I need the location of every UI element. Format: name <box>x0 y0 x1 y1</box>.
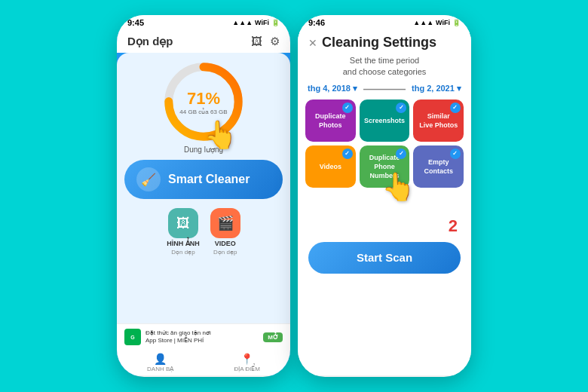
close-button[interactable]: ✕ <box>308 37 317 49</box>
hand-cursor-2: 👆 <box>381 171 415 203</box>
ad-text: Đặt thức ăn giao tận nơi App Store | MIỄ… <box>145 329 259 345</box>
cat-label-6: EmptyContacts <box>424 158 453 176</box>
hand-cursor-1: 👆 <box>204 119 237 151</box>
battery-icon: 🔋 <box>271 19 280 26</box>
video-sub: Dọn dẹp <box>213 249 237 256</box>
time-2: 9:46 <box>308 18 325 27</box>
phone2-body: ✕ Cleaning Settings Set the time perioda… <box>298 30 471 375</box>
phone-2: 9:46 ▲▲▲ WiFi 🔋 ✕ Cleaning Settings Set … <box>298 15 471 377</box>
video-icon: 🎬 <box>210 208 240 238</box>
ad-banner: G Đặt thức ăn giao tận nơi App Store | M… <box>117 323 290 350</box>
date-from[interactable]: thg 4, 2018 ▾ <box>308 84 357 93</box>
cat-label-2: Screenshots <box>364 117 405 126</box>
location-label: ĐỊA ĐIỂM <box>234 366 260 372</box>
header-title-1: Dọn dẹp <box>127 35 173 48</box>
phone-1: 9:45 ▲▲▲ WiFi 🔋 Dọn dẹp 🖼 ⚙ <box>117 15 290 377</box>
ad-text-main: Đặt thức ăn giao tận nơi <box>145 329 259 337</box>
location-icon: 📍 <box>240 353 253 365</box>
check-similar-live: ✓ <box>450 103 461 113</box>
grid-item-photos[interactable]: 🖼 HÌNH ẢNH Dọn dẹp <box>167 208 200 256</box>
check-duplicate-photos: ✓ <box>342 103 353 113</box>
circle-sub: 44 GB của 63 GB <box>179 109 227 115</box>
circle-inner: 71% 44 GB của 63 GB <box>179 89 227 115</box>
circle-progress-container: 71% 44 GB của 63 GB 👆 <box>162 60 245 143</box>
grid-icons: 🖼 HÌNH ẢNH Dọn dẹp 🎬 VIDEO Dọn dẹp <box>124 205 283 259</box>
time-1: 9:45 <box>127 18 144 27</box>
date-arrow: ———— <box>363 83 406 95</box>
check-empty-contacts: ✓ <box>450 149 461 159</box>
photos-icon: 🖼 <box>168 208 198 238</box>
cat-videos[interactable]: ✓ Videos <box>305 145 356 188</box>
phone1-main: 71% 44 GB của 63 GB 👆 Dung lượng 🧹 Smart… <box>117 53 290 323</box>
ad-text-sub: App Store | MIỄN PHÍ <box>145 337 259 345</box>
cat-label-1: DuplicatePhotos <box>315 112 346 130</box>
check-videos: ✓ <box>342 149 353 159</box>
ad-open-button[interactable]: MỞ <box>263 332 283 342</box>
gallery-icon[interactable]: 🖼 <box>251 35 262 48</box>
start-scan-label: Start Scan <box>357 251 412 264</box>
p2-title: Cleaning Settings <box>322 35 436 51</box>
date-to[interactable]: thg 2, 2021 ▾ <box>412 84 461 93</box>
photos-sub: Dọn dẹp <box>171 249 194 256</box>
p2-content: ✕ Cleaning Settings Set the time perioda… <box>298 30 471 375</box>
p2-subtitle: Set the time periodand choose categories <box>298 52 471 80</box>
signal-icon: ▲▲▲ <box>232 19 253 26</box>
contacts-label: DANH BẠ <box>147 366 173 372</box>
signal-icon-2: ▲▲▲ <box>413 19 433 26</box>
nav-contacts[interactable]: 👤 DANH BẠ <box>147 353 173 372</box>
phone1-header: Dọn dẹp 🖼 ⚙ <box>117 30 290 53</box>
circle-percent: 71% <box>179 89 227 109</box>
status-icons-1: ▲▲▲ WiFi 🔋 <box>232 19 280 26</box>
nav-location[interactable]: 📍 ĐỊA ĐIỂM <box>234 353 260 372</box>
photos-label: HÌNH ẢNH <box>167 240 200 247</box>
status-bar-1: 9:45 ▲▲▲ WiFi 🔋 <box>117 15 290 30</box>
cat-screenshots[interactable]: ✓ Screenshots <box>360 100 410 142</box>
phone2-top-bar: ✕ Cleaning Settings <box>298 30 471 52</box>
date-range: thg 4, 2018 ▾ ———— thg 2, 2021 ▾ <box>298 80 471 100</box>
cat-empty-contacts[interactable]: ✓ EmptyContacts <box>413 145 464 188</box>
grab-logo: G <box>124 329 141 345</box>
wifi-icon: WiFi <box>255 19 269 26</box>
cat-duplicate-photos[interactable]: ✓ DuplicatePhotos <box>305 100 356 142</box>
phone1-body: Dọn dẹp 🖼 ⚙ <box>117 30 290 375</box>
bottom-nav: 👤 DANH BẠ 📍 ĐỊA ĐIỂM <box>117 350 290 375</box>
sc-label: Smart Cleaner <box>168 173 250 186</box>
circle-section: 71% 44 GB của 63 GB 👆 Dung lượng <box>124 60 283 154</box>
settings-icon[interactable]: ⚙ <box>270 35 280 48</box>
smart-cleaner-button[interactable]: 🧹 Smart Cleaner <box>124 160 283 199</box>
start-scan-button[interactable]: Start Scan <box>308 242 461 274</box>
cat-similar-live-photos[interactable]: ✓ SimilarLive Photos <box>413 100 464 142</box>
cat-label-3: SimilarLive Photos <box>419 112 458 130</box>
video-label: VIDEO <box>215 240 236 247</box>
sc-icon: 🧹 <box>136 167 161 191</box>
header-icons: 🖼 ⚙ <box>251 35 280 48</box>
check-duplicate-phone: ✓ <box>396 149 406 159</box>
cat-label-4: Videos <box>320 163 341 172</box>
step-2-label: 2 <box>449 216 458 236</box>
contacts-icon: 👤 <box>154 353 167 365</box>
check-screenshots: ✓ <box>396 103 406 113</box>
grid-item-video[interactable]: 🎬 VIDEO Dọn dẹp <box>210 208 240 256</box>
battery-icon-2: 🔋 <box>452 19 461 26</box>
wifi-icon-2: WiFi <box>436 19 450 26</box>
status-icons-2: ▲▲▲ WiFi 🔋 <box>413 19 461 26</box>
status-bar-2: 9:46 ▲▲▲ WiFi 🔋 <box>298 15 471 30</box>
